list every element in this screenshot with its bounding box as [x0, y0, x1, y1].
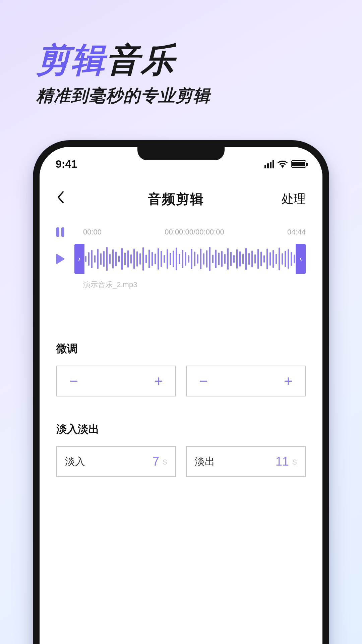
hero-banner: 剪辑音乐 精准到毫秒的专业剪辑 — [36, 43, 210, 107]
fade-section: 淡入淡出 淡入 7 s 淡出 11 s — [56, 422, 306, 477]
fade-out-label: 淡出 — [195, 455, 215, 469]
finetune-left-minus[interactable]: − — [67, 373, 80, 389]
hero-subtitle: 精准到毫秒的专业剪辑 — [36, 85, 210, 107]
fade-out-unit: s — [292, 456, 297, 467]
finetune-right-plus[interactable]: + — [282, 373, 295, 389]
audio-editor: 00:00 00:00:00/00:00:00 04:44 › ‹ 演示音乐_2 — [56, 227, 306, 290]
time-row: 00:00 00:00:00/00:00:00 04:44 — [56, 227, 306, 237]
hero-title: 剪辑音乐 — [36, 43, 210, 76]
fade-heading: 淡入淡出 — [56, 422, 306, 437]
fade-out-box[interactable]: 淡出 11 s — [186, 446, 306, 477]
finetune-section: 微调 − + − + — [56, 341, 306, 396]
finetune-right-minus[interactable]: − — [197, 373, 210, 389]
waveform-row: › ‹ — [56, 244, 306, 274]
fade-in-unit: s — [163, 456, 167, 467]
cellular-signal-icon — [264, 160, 274, 168]
phone-notch — [137, 147, 225, 160]
waveform[interactable] — [84, 244, 296, 274]
fade-out-value: 11 — [218, 454, 289, 469]
finetune-left-plus[interactable]: + — [152, 373, 165, 389]
time-end: 04:44 — [287, 228, 306, 236]
finetune-right-stepper: − + — [186, 366, 306, 396]
fade-in-box[interactable]: 淡入 7 s — [56, 446, 176, 477]
play-button[interactable] — [56, 254, 65, 264]
finetune-heading: 微调 — [56, 341, 306, 356]
hero-title-accent: 剪辑 — [36, 41, 106, 78]
battery-icon — [291, 160, 306, 168]
time-start: 00:00 — [83, 228, 102, 236]
waveform-track[interactable]: › ‹ — [74, 244, 306, 274]
finetune-left-stepper: − + — [56, 366, 176, 396]
phone-screen: 9:41 音频剪辑 处理 — [40, 147, 322, 644]
trim-handle-right[interactable]: ‹ — [296, 244, 306, 274]
trim-handle-left[interactable]: › — [74, 244, 84, 274]
phone-mockup: 9:41 音频剪辑 处理 — [33, 140, 329, 644]
status-indicators — [264, 160, 306, 168]
back-button[interactable] — [56, 191, 76, 207]
nav-header: 音频剪辑 处理 — [40, 184, 322, 214]
fade-in-value: 7 — [88, 454, 159, 469]
time-position: 00:00:00/00:00:00 — [165, 228, 224, 236]
status-time: 9:41 — [56, 158, 77, 170]
process-button[interactable]: 处理 — [276, 191, 306, 207]
wifi-icon — [278, 160, 288, 168]
hero-title-rest: 音乐 — [106, 41, 176, 78]
page-title: 音频剪辑 — [76, 190, 276, 208]
fade-in-label: 淡入 — [65, 455, 85, 469]
chevron-left-icon — [56, 191, 64, 204]
pause-button[interactable] — [56, 227, 74, 237]
audio-filename: 演示音乐_2.mp3 — [83, 280, 306, 290]
